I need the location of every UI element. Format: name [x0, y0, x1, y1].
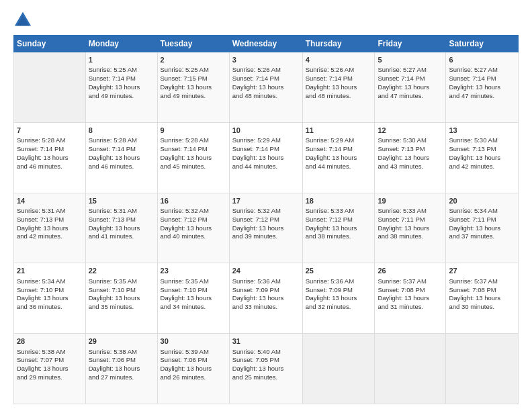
calendar-table: SundayMondayTuesdayWednesdayThursdayFrid… — [13, 35, 519, 404]
day-number: 24 — [232, 266, 300, 276]
day-info: Sunrise: 5:27 AM Sunset: 7:14 PM Dayligh… — [449, 66, 515, 100]
day-cell: 8Sunrise: 5:28 AM Sunset: 7:14 PM Daylig… — [85, 122, 157, 193]
day-number: 19 — [378, 196, 443, 206]
col-header-saturday: Saturday — [446, 36, 519, 52]
day-info: Sunrise: 5:25 AM Sunset: 7:14 PM Dayligh… — [89, 66, 154, 100]
day-cell: 28Sunrise: 5:38 AM Sunset: 7:07 PM Dayli… — [14, 334, 86, 404]
day-info: Sunrise: 5:31 AM Sunset: 7:13 PM Dayligh… — [89, 207, 154, 241]
day-info: Sunrise: 5:30 AM Sunset: 7:13 PM Dayligh… — [449, 136, 515, 171]
day-info: Sunrise: 5:31 AM Sunset: 7:13 PM Dayligh… — [17, 207, 83, 241]
day-info: Sunrise: 5:34 AM Sunset: 7:11 PM Dayligh… — [449, 207, 515, 241]
logo — [13, 11, 35, 30]
day-cell: 20Sunrise: 5:34 AM Sunset: 7:11 PM Dayli… — [446, 193, 519, 263]
day-info: Sunrise: 5:32 AM Sunset: 7:12 PM Dayligh… — [161, 207, 226, 241]
day-number: 29 — [89, 336, 154, 347]
day-cell — [375, 334, 446, 404]
day-cell: 18Sunrise: 5:33 AM Sunset: 7:12 PM Dayli… — [302, 193, 375, 263]
day-info: Sunrise: 5:36 AM Sunset: 7:09 PM Dayligh… — [232, 277, 300, 312]
col-header-sunday: Sunday — [14, 36, 86, 52]
day-number: 5 — [378, 55, 443, 65]
day-cell: 16Sunrise: 5:32 AM Sunset: 7:12 PM Dayli… — [157, 193, 229, 263]
col-header-thursday: Thursday — [302, 36, 375, 52]
day-number: 16 — [161, 196, 226, 206]
day-number: 10 — [232, 126, 300, 136]
day-number: 26 — [378, 266, 443, 276]
header-row: SundayMondayTuesdayWednesdayThursdayFrid… — [14, 36, 519, 52]
logo-icon — [13, 11, 32, 30]
day-number: 25 — [306, 266, 372, 276]
day-number: 21 — [17, 266, 83, 276]
day-number: 4 — [306, 55, 372, 65]
day-info: Sunrise: 5:25 AM Sunset: 7:15 PM Dayligh… — [161, 66, 226, 100]
day-cell: 5Sunrise: 5:27 AM Sunset: 7:14 PM Daylig… — [375, 52, 446, 123]
day-cell: 12Sunrise: 5:30 AM Sunset: 7:13 PM Dayli… — [375, 122, 446, 193]
day-cell: 30Sunrise: 5:39 AM Sunset: 7:06 PM Dayli… — [157, 334, 229, 404]
day-cell: 4Sunrise: 5:26 AM Sunset: 7:14 PM Daylig… — [302, 52, 375, 123]
day-cell: 29Sunrise: 5:38 AM Sunset: 7:06 PM Dayli… — [85, 334, 157, 404]
day-number: 23 — [161, 266, 226, 276]
day-info: Sunrise: 5:28 AM Sunset: 7:14 PM Dayligh… — [17, 136, 83, 171]
day-cell: 19Sunrise: 5:33 AM Sunset: 7:11 PM Dayli… — [375, 193, 446, 263]
day-info: Sunrise: 5:35 AM Sunset: 7:10 PM Dayligh… — [89, 277, 154, 312]
day-cell: 26Sunrise: 5:37 AM Sunset: 7:08 PM Dayli… — [375, 263, 446, 334]
col-header-wednesday: Wednesday — [229, 36, 302, 52]
day-cell: 14Sunrise: 5:31 AM Sunset: 7:13 PM Dayli… — [14, 193, 86, 263]
day-number: 22 — [89, 266, 154, 276]
day-info: Sunrise: 5:32 AM Sunset: 7:12 PM Dayligh… — [232, 207, 300, 241]
day-number: 27 — [449, 266, 515, 276]
day-cell: 3Sunrise: 5:26 AM Sunset: 7:14 PM Daylig… — [229, 52, 302, 123]
day-cell: 24Sunrise: 5:36 AM Sunset: 7:09 PM Dayli… — [229, 263, 302, 334]
col-header-monday: Monday — [85, 36, 157, 52]
calendar-page: SundayMondayTuesdayWednesdayThursdayFrid… — [0, 0, 532, 411]
day-info: Sunrise: 5:40 AM Sunset: 7:05 PM Dayligh… — [232, 348, 300, 382]
col-header-tuesday: Tuesday — [157, 36, 229, 52]
day-info: Sunrise: 5:28 AM Sunset: 7:14 PM Dayligh… — [161, 136, 226, 171]
day-number: 15 — [89, 196, 154, 206]
day-info: Sunrise: 5:38 AM Sunset: 7:06 PM Dayligh… — [89, 348, 154, 382]
day-number: 2 — [161, 55, 226, 65]
week-row-4: 21Sunrise: 5:34 AM Sunset: 7:10 PM Dayli… — [14, 263, 519, 334]
day-number: 12 — [378, 126, 443, 136]
day-cell: 10Sunrise: 5:29 AM Sunset: 7:14 PM Dayli… — [229, 122, 302, 193]
day-cell: 22Sunrise: 5:35 AM Sunset: 7:10 PM Dayli… — [85, 263, 157, 334]
day-number: 6 — [449, 55, 515, 65]
day-cell: 11Sunrise: 5:29 AM Sunset: 7:14 PM Dayli… — [302, 122, 375, 193]
day-info: Sunrise: 5:27 AM Sunset: 7:14 PM Dayligh… — [378, 66, 443, 100]
day-number: 14 — [17, 196, 83, 206]
week-row-1: 1Sunrise: 5:25 AM Sunset: 7:14 PM Daylig… — [14, 52, 519, 123]
day-info: Sunrise: 5:38 AM Sunset: 7:07 PM Dayligh… — [17, 348, 83, 382]
day-info: Sunrise: 5:33 AM Sunset: 7:11 PM Dayligh… — [378, 207, 443, 241]
day-number: 11 — [306, 126, 372, 136]
day-number: 3 — [232, 55, 300, 65]
day-number: 20 — [449, 196, 515, 206]
day-number: 7 — [17, 126, 83, 136]
day-cell: 1Sunrise: 5:25 AM Sunset: 7:14 PM Daylig… — [85, 52, 157, 123]
day-number: 8 — [89, 126, 154, 136]
week-row-3: 14Sunrise: 5:31 AM Sunset: 7:13 PM Dayli… — [14, 193, 519, 263]
day-cell: 27Sunrise: 5:37 AM Sunset: 7:08 PM Dayli… — [446, 263, 519, 334]
week-row-2: 7Sunrise: 5:28 AM Sunset: 7:14 PM Daylig… — [14, 122, 519, 193]
day-cell: 17Sunrise: 5:32 AM Sunset: 7:12 PM Dayli… — [229, 193, 302, 263]
day-cell: 25Sunrise: 5:36 AM Sunset: 7:09 PM Dayli… — [302, 263, 375, 334]
week-row-5: 28Sunrise: 5:38 AM Sunset: 7:07 PM Dayli… — [14, 334, 519, 404]
day-cell: 2Sunrise: 5:25 AM Sunset: 7:15 PM Daylig… — [157, 52, 229, 123]
col-header-friday: Friday — [375, 36, 446, 52]
day-info: Sunrise: 5:29 AM Sunset: 7:14 PM Dayligh… — [232, 136, 300, 171]
day-number: 30 — [161, 336, 226, 347]
day-cell: 31Sunrise: 5:40 AM Sunset: 7:05 PM Dayli… — [229, 334, 302, 404]
day-cell: 23Sunrise: 5:35 AM Sunset: 7:10 PM Dayli… — [157, 263, 229, 334]
day-cell: 21Sunrise: 5:34 AM Sunset: 7:10 PM Dayli… — [14, 263, 86, 334]
day-info: Sunrise: 5:29 AM Sunset: 7:14 PM Dayligh… — [306, 136, 372, 171]
day-cell: 13Sunrise: 5:30 AM Sunset: 7:13 PM Dayli… — [446, 122, 519, 193]
day-number: 9 — [161, 126, 226, 136]
day-number: 28 — [17, 336, 83, 347]
day-info: Sunrise: 5:26 AM Sunset: 7:14 PM Dayligh… — [232, 66, 300, 100]
day-cell: 15Sunrise: 5:31 AM Sunset: 7:13 PM Dayli… — [85, 193, 157, 263]
day-number: 1 — [89, 55, 154, 65]
day-info: Sunrise: 5:30 AM Sunset: 7:13 PM Dayligh… — [378, 136, 443, 171]
day-info: Sunrise: 5:33 AM Sunset: 7:12 PM Dayligh… — [306, 207, 372, 241]
day-cell — [302, 334, 375, 404]
day-number: 13 — [449, 126, 515, 136]
day-info: Sunrise: 5:28 AM Sunset: 7:14 PM Dayligh… — [89, 136, 154, 171]
day-info: Sunrise: 5:36 AM Sunset: 7:09 PM Dayligh… — [306, 277, 372, 312]
